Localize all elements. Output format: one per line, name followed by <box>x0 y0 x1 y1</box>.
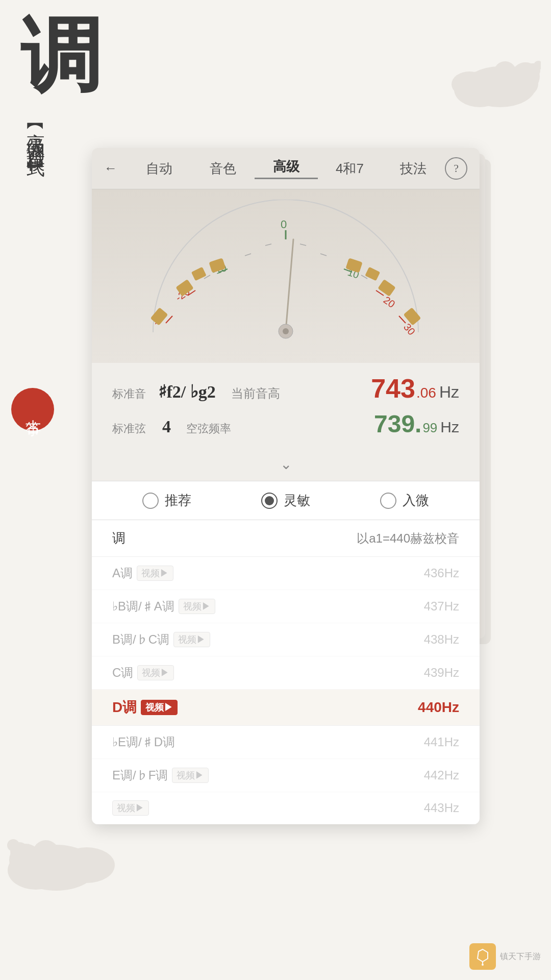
svg-point-6 <box>526 63 540 78</box>
radio-sensitive-circle <box>261 493 278 509</box>
list-col-left: 调 <box>112 529 126 547</box>
svg-point-11 <box>9 844 42 876</box>
tuning-name-1: ♭B调/♯A调 视频▶ <box>112 598 215 615</box>
open-freq-dec: 99 <box>422 420 437 436</box>
standard-string-label: 标准弦 <box>112 421 153 436</box>
tuning-row-1[interactable]: ♭B调/♯A调 视频▶ 437Hz <box>92 590 480 623</box>
tuning-freq-6: 442Hz <box>424 768 459 782</box>
nav-bar: ← 自动 音色 高级 4和7 技法 ? <box>92 148 480 189</box>
svg-text:30: 30 <box>402 321 417 337</box>
chevron-down-icon: ⌄ <box>280 456 292 473</box>
tuning-list: A调 视频▶ 436Hz ♭B调/♯A调 视频▶ 437Hz B调/♭C调 视频… <box>92 557 480 824</box>
svg-point-0 <box>464 66 536 107</box>
video-badge-0[interactable]: 视频▶ <box>137 566 173 581</box>
nav-item-auto[interactable]: 自动 <box>128 160 191 178</box>
svg-point-2 <box>497 70 538 99</box>
sensitivity-fine[interactable]: 入微 <box>380 492 429 509</box>
open-freq-unit: Hz <box>440 419 459 436</box>
tuning-name-4: D调 视频▶ <box>112 698 178 717</box>
tuning-freq-1: 437Hz <box>424 599 459 614</box>
radio-fine-circle <box>380 493 396 509</box>
video-badge-7[interactable]: 视频▶ <box>112 800 149 816</box>
sensitivity-sensitive-label: 灵敏 <box>284 492 310 509</box>
app-title-char: 调 <box>20 15 102 97</box>
current-pitch-unit: Hz <box>439 383 459 402</box>
tuner-meter-svg: -30 -20 -10 0 10 20 30 <box>112 200 459 353</box>
svg-line-35 <box>286 239 293 331</box>
open-freq-label: 空弦频率 <box>186 421 231 436</box>
help-button[interactable]: ? <box>445 157 467 180</box>
tuning-row-7[interactable]: 视频▶ 443Hz <box>92 792 480 824</box>
watermark-text: 镇天下手游 <box>500 951 541 962</box>
tuning-row-2[interactable]: B调/♭C调 视频▶ 438Hz <box>92 623 480 656</box>
open-freq-display: 739. 99 Hz <box>374 410 459 438</box>
help-icon: ? <box>454 162 459 175</box>
chevron-row[interactable]: ⌄ <box>92 452 480 481</box>
tuning-row-0[interactable]: A调 视频▶ 436Hz <box>92 557 480 590</box>
svg-point-46 <box>482 964 484 966</box>
video-badge-3[interactable]: 视频▶ <box>137 665 174 680</box>
svg-text:20: 20 <box>382 294 397 310</box>
tuning-row-5[interactable]: ♭E调/♯D调 441Hz <box>92 726 480 759</box>
radio-recommended-circle <box>142 493 159 509</box>
info-row-2: 标准弦 4 空弦频率 739. 99 Hz <box>112 410 459 438</box>
watermark: 镇天下手游 <box>469 943 541 970</box>
tuning-row-6[interactable]: E调/♭F调 视频▶ 442Hz <box>92 759 480 792</box>
tuning-name-5: ♭E调/♯D调 <box>112 734 175 750</box>
tuning-name-0: A调 视频▶ <box>112 565 173 581</box>
svg-point-13 <box>10 842 29 861</box>
svg-point-12 <box>33 840 59 867</box>
svg-point-14 <box>7 839 19 851</box>
vertical-label-text: 高级调音模式 <box>23 118 47 149</box>
tuning-freq-2: 438Hz <box>424 632 459 647</box>
list-col-right: 以a1=440赫兹校音 <box>357 530 459 547</box>
sensitivity-sensitive[interactable]: 灵敏 <box>261 492 310 509</box>
cloud-decoration-top-right <box>439 46 541 117</box>
standard-string-value: 4 <box>162 417 171 436</box>
svg-line-27 <box>399 316 406 323</box>
svg-point-1 <box>454 71 505 107</box>
current-pitch-label: 当前音高 <box>231 385 280 402</box>
vertical-label-container: 【 高级调音模式 】 <box>23 117 48 150</box>
current-pitch-display: 743 .06 Hz <box>371 373 459 404</box>
info-row-1: 标准音 ♯f2/ ♭g2 当前音高 743 .06 Hz <box>112 373 459 404</box>
tuning-freq-7: 443Hz <box>424 801 459 815</box>
watermark-icon <box>469 943 496 970</box>
svg-point-3 <box>452 71 487 97</box>
guzheng-badge: 古筝 <box>11 388 54 431</box>
nav-item-advanced[interactable]: 高级 <box>255 158 318 179</box>
standard-note-label: 标准音 <box>112 386 153 402</box>
svg-line-30 <box>245 254 251 256</box>
guzheng-label: 古筝 <box>22 407 43 411</box>
sensitivity-recommended-label: 推荐 <box>165 492 191 509</box>
tuning-freq-3: 439Hz <box>424 666 459 680</box>
svg-text:0: 0 <box>281 218 287 231</box>
video-badge-1[interactable]: 视频▶ <box>179 599 215 614</box>
standard-note-value: ♯f2/ ♭g2 <box>158 381 216 402</box>
svg-point-10 <box>59 847 115 883</box>
video-badge-6[interactable]: 视频▶ <box>172 768 209 783</box>
video-badge-2[interactable]: 视频▶ <box>173 632 210 647</box>
tuning-row-3[interactable]: C调 视频▶ 439Hz <box>92 656 480 690</box>
nav-item-timbre[interactable]: 音色 <box>191 160 254 178</box>
tuning-row-4[interactable]: D调 视频▶ 440Hz <box>92 690 480 726</box>
video-badge-4[interactable]: 视频▶ <box>141 700 178 715</box>
sensitivity-recommended[interactable]: 推荐 <box>142 492 191 509</box>
tuning-name-7: 视频▶ <box>112 800 149 816</box>
back-button[interactable]: ← <box>104 161 117 176</box>
svg-point-9 <box>8 851 64 890</box>
svg-point-8 <box>15 845 97 891</box>
tuner-info-section: 标准音 ♯f2/ ♭g2 当前音高 743 .06 Hz 标准弦 4 空弦频率 … <box>92 363 480 452</box>
nav-item-4and7[interactable]: 4和7 <box>318 160 381 178</box>
card-stack: ← 自动 音色 高级 4和7 技法 ? -30 <box>92 148 480 824</box>
sensitivity-row: 推荐 灵敏 入微 <box>92 481 480 520</box>
svg-point-7 <box>534 61 541 70</box>
cloud-decoration-bottom-left <box>5 822 117 898</box>
nav-item-technique[interactable]: 技法 <box>382 160 445 178</box>
current-pitch-dec: .06 <box>416 385 436 401</box>
tuning-name-2: B调/♭C调 视频▶ <box>112 631 210 648</box>
tuning-freq-4: 440Hz <box>418 699 459 716</box>
tuning-freq-0: 436Hz <box>424 566 459 580</box>
tuning-freq-5: 441Hz <box>424 735 459 749</box>
svg-point-5 <box>494 61 516 84</box>
